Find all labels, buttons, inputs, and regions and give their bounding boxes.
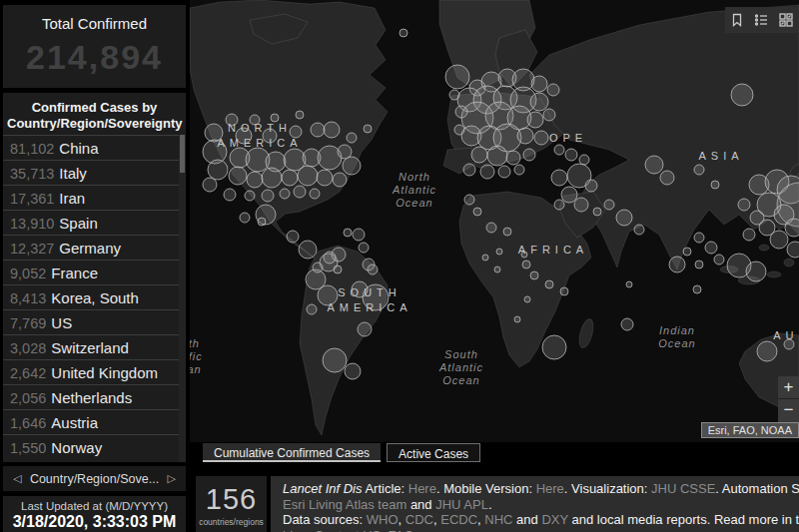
countries-count-value: 156: [196, 483, 267, 516]
link[interactable]: CDC: [405, 512, 433, 527]
total-confirmed-title: Total Confirmed: [3, 15, 186, 32]
total-confirmed-panel: Total Confirmed 214,894: [3, 5, 186, 88]
link[interactable]: ECDC: [440, 512, 477, 527]
list-item[interactable]: 7,769US: [3, 309, 179, 334]
link[interactable]: DXY: [541, 512, 568, 527]
pager-next-icon[interactable]: ▷: [168, 472, 176, 485]
confirmed-cases-list-panel: Confirmed Cases by Country/Region/Sovere…: [3, 93, 186, 462]
pager-label[interactable]: Country/Region/Sove...: [30, 472, 159, 486]
covid-dashboard: Total Confirmed 214,894 Confirmed Cases …: [0, 0, 799, 532]
link[interactable]: Esri Living Atlas team: [283, 497, 406, 512]
link[interactable]: JHU APL: [435, 497, 488, 512]
link[interactable]: Here: [408, 481, 436, 496]
bookmark-icon[interactable]: [726, 9, 748, 31]
map-attribution: Esri, FAO, NOAA: [701, 422, 799, 438]
map-canvas[interactable]: NORTH AMERICASOUTH AMERICAOPEASIAAFRICAA…: [190, 0, 799, 442]
country-list: 81,102China35,713Italy17,361Iran13,910Sp…: [3, 135, 179, 462]
link[interactable]: blog: [283, 528, 308, 532]
map-tabs: Cumulative Confirmed CasesActive Cases: [203, 443, 480, 462]
list-item[interactable]: 2,056Netherlands: [3, 384, 179, 409]
tab-active-cases[interactable]: Active Cases: [387, 443, 480, 462]
link[interactable]: Here: [536, 481, 564, 496]
pager-prev-icon[interactable]: ◁: [13, 472, 21, 485]
list-item[interactable]: 9,052France: [3, 260, 179, 284]
list-item[interactable]: 17,361Iran: [3, 185, 179, 210]
list-item[interactable]: 8,413Korea, South: [3, 284, 179, 309]
sources-info-panel: Lancet Inf Dis Article: Here. Mobile Ver…: [271, 476, 799, 532]
countries-count-panel: 156 countries/regions: [196, 476, 267, 532]
map-toolbar: [725, 7, 798, 33]
legend-list-icon[interactable]: [750, 9, 772, 31]
link[interactable]: WHO: [367, 512, 399, 527]
sources-text: Lancet Inf Dis Article: Here. Mobile Ver…: [283, 481, 787, 532]
list-item[interactable]: 1,646Austria: [3, 409, 179, 434]
list-scrollbar-thumb[interactable]: [180, 135, 185, 173]
list-item[interactable]: 1,550Norway: [3, 434, 179, 459]
list-item[interactable]: 3,028Switzerland: [3, 334, 179, 359]
link[interactable]: Contact US: [315, 528, 381, 532]
last-updated-panel: Last Updated at (M/D/YYYY) 3/18/2020, 3:…: [3, 496, 186, 532]
link[interactable]: NHC: [484, 512, 512, 527]
link[interactable]: JHU CSSE: [651, 481, 715, 496]
map-zoom-control: + −: [778, 376, 799, 423]
total-confirmed-value: 214,894: [3, 38, 186, 77]
last-updated-label: Last Updated at (M/D/YYYY): [3, 500, 186, 512]
link[interactable]: FAQ: [389, 528, 414, 532]
basemap-grid-icon[interactable]: [775, 9, 797, 31]
last-updated-value: 3/18/2020, 3:33:03 PM: [3, 513, 186, 531]
list-item[interactable]: 12,327Germany: [3, 235, 179, 260]
list-item[interactable]: 2,642United Kingdom: [3, 359, 179, 384]
list-title: Confirmed Cases by Country/Region/Sovere…: [3, 93, 186, 138]
list-item[interactable]: 35,713Italy: [3, 160, 179, 185]
list-scrollbar[interactable]: [179, 135, 186, 462]
countries-count-label: countries/regions: [196, 517, 267, 527]
list-item[interactable]: 81,102China: [3, 135, 179, 160]
tab-cumulative-confirmed-cases[interactable]: Cumulative Confirmed Cases: [203, 443, 381, 462]
list-item[interactable]: 13,910Spain: [3, 210, 179, 235]
world-map-svg: [190, 0, 799, 442]
zoom-out-button[interactable]: −: [778, 399, 799, 422]
zoom-in-button[interactable]: +: [778, 376, 799, 399]
list-pager: ◁ Country/Region/Sove... ▷: [3, 466, 186, 491]
